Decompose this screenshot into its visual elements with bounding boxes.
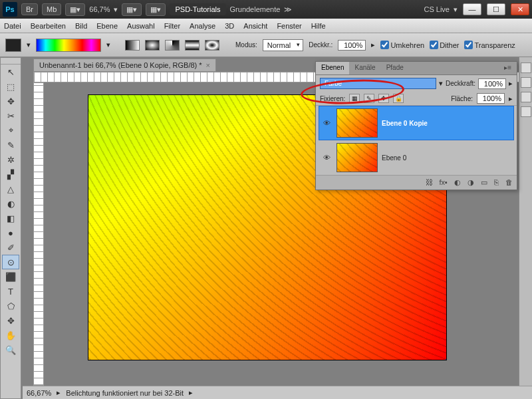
blend-mode-select[interactable]: Farbe [320, 78, 436, 89]
reflected-gradient-icon[interactable] [185, 40, 200, 51]
menu-datei[interactable]: Datei [4, 22, 21, 30]
lock-paint-icon[interactable]: ✎ [364, 94, 374, 103]
layer-thumbnail[interactable] [336, 143, 378, 172]
dock-icon[interactable] [521, 77, 531, 88]
menu-filter[interactable]: Filter [164, 22, 180, 30]
menu-analyse[interactable]: Analyse [190, 22, 215, 30]
workspace-tag-1[interactable]: PSD-Tutorials [170, 3, 225, 15]
layer-row[interactable]: 👁 Ebene 0 Kopie [319, 106, 514, 140]
tool-15[interactable]: T [2, 284, 19, 299]
menu-auswahl[interactable]: Auswahl [127, 22, 155, 30]
tool-17[interactable]: ✥ [2, 313, 19, 328]
tool-11[interactable]: ● [2, 225, 19, 240]
dock-icon[interactable] [521, 63, 531, 73]
visibility-icon[interactable]: 👁 [321, 152, 332, 164]
menu-hilfe[interactable]: Hilfe [311, 22, 326, 30]
status-message: Belichtung funktioniert nur bei 32-Bit [66, 389, 184, 397]
tab-ebenen[interactable]: Ebenen [316, 62, 349, 74]
tool-1[interactable]: ⬚ [2, 79, 19, 94]
tool-0[interactable]: ↖ [2, 65, 19, 79]
tool-12[interactable]: ✐ [2, 240, 19, 255]
visibility-icon[interactable]: 👁 [321, 117, 332, 129]
titlebar: Ps Br Mb ▦▾ 66,7%▾ ▦▾ ▦▾ PSD-Tutorials G… [0, 0, 532, 19]
fill-value[interactable]: 100% [477, 93, 505, 104]
linear-gradient-icon[interactable] [125, 40, 140, 51]
layers-panel: Ebenen Kanäle Pfade ▸≡ Farbe▾ Deckkraft:… [315, 61, 517, 190]
menu-fenster[interactable]: Fenster [277, 22, 301, 30]
tab-kanaele[interactable]: Kanäle [349, 62, 380, 74]
ps-logo: Ps [3, 2, 17, 17]
tool-19[interactable]: 🔍 [2, 342, 19, 357]
layer-row[interactable]: 👁 Ebene 0 [319, 140, 514, 175]
options-bar: ▾ ▾ Modus: Normal Deckkr.: 100%▸ Umkehre… [0, 33, 532, 57]
dock-icon[interactable] [521, 92, 531, 102]
layer-name[interactable]: Ebene 0 [382, 154, 406, 162]
tool-5[interactable]: ✎ [2, 138, 19, 152]
menu-ebene[interactable]: Ebene [96, 22, 118, 30]
arrange-button[interactable]: ▦▾ [146, 3, 166, 16]
fill-label: Fläche: [451, 95, 473, 102]
tool-9[interactable]: ◐ [2, 196, 19, 211]
chevron-icon[interactable]: ≫ [284, 5, 292, 14]
viewextras-button[interactable]: ▦▾ [122, 3, 142, 16]
close-tab-icon[interactable]: × [206, 61, 210, 69]
layer-thumbnail[interactable] [336, 108, 378, 138]
menu-bearbeiten[interactable]: Bearbeiten [31, 22, 66, 30]
dither-checkbox[interactable]: Dither [430, 41, 459, 49]
new-layer-icon[interactable]: ⎘ [494, 178, 499, 187]
mask-icon[interactable]: ◐ [454, 178, 461, 187]
menu-ansicht[interactable]: Ansicht [243, 22, 267, 30]
cslive-button[interactable]: CS Live [424, 5, 450, 13]
fx-icon[interactable]: fx▪ [440, 178, 448, 187]
minimize-button[interactable]: — [463, 3, 481, 15]
panel-dock [519, 57, 532, 399]
radial-gradient-icon[interactable] [145, 40, 160, 51]
tool-2[interactable]: ✥ [2, 94, 19, 108]
close-button[interactable]: ✕ [511, 3, 529, 15]
gradient-preview[interactable] [36, 39, 101, 52]
tool-3[interactable]: ✂ [2, 108, 19, 123]
adjustment-icon[interactable]: ◑ [467, 178, 474, 187]
toolbox: ↖⬚✥✂⌖✎✲▞△◐◧●✐⊙⬛T⬠✥✋🔍 [0, 57, 21, 399]
link-layers-icon[interactable]: ⛓ [426, 178, 433, 187]
workspace-tag-2[interactable]: Grundelemente [230, 5, 281, 13]
opacity-value[interactable]: 100% [338, 40, 366, 51]
tool-14[interactable]: ⬛ [2, 269, 19, 284]
lock-move-icon[interactable]: ✥ [378, 94, 389, 103]
panel-opacity-value[interactable]: 100% [478, 78, 506, 89]
menu-3d[interactable]: 3D [225, 22, 234, 30]
mode-select[interactable]: Normal [263, 39, 303, 51]
layer-name[interactable]: Ebene 0 Kopie [382, 120, 428, 127]
tool-18[interactable]: ✋ [2, 328, 19, 342]
zoom-level[interactable]: 66,7% [89, 5, 110, 13]
ruler-vertical[interactable] [33, 82, 44, 386]
dock-icon[interactable] [521, 106, 531, 117]
reverse-checkbox[interactable]: Umkehren [380, 41, 424, 49]
screenmode-button[interactable]: ▦▾ [65, 3, 85, 16]
tab-pfade[interactable]: Pfade [381, 62, 409, 74]
delete-icon[interactable]: 🗑 [505, 178, 513, 187]
tool-13[interactable]: ⊙ [2, 255, 19, 269]
angle-gradient-icon[interactable] [165, 40, 180, 51]
tool-10[interactable]: ◧ [2, 211, 19, 225]
gradient-tool-icon[interactable] [5, 39, 21, 52]
tool-8[interactable]: △ [2, 182, 19, 196]
bridge-button[interactable]: Br [21, 3, 38, 15]
panel-menu-icon[interactable]: ▸≡ [499, 62, 517, 74]
diamond-gradient-icon[interactable] [205, 40, 219, 51]
group-icon[interactable]: ▭ [481, 178, 487, 187]
lock-all-icon[interactable]: 🔒 [393, 94, 404, 103]
document-tab[interactable]: Unbenannt-1 bei 66,7% (Ebene 0 Kopie, RG… [33, 59, 216, 72]
menu-bild[interactable]: Bild [75, 22, 87, 30]
status-zoom[interactable]: 66,67% [27, 389, 51, 397]
transparency-checkbox[interactable]: Transparenz [464, 41, 515, 49]
lock-transparent-icon[interactable]: ▦ [349, 94, 360, 103]
tool-16[interactable]: ⬠ [2, 299, 19, 313]
panel-opacity-label: Deckkraft: [446, 80, 475, 87]
tool-6[interactable]: ✲ [2, 152, 19, 167]
menubar: Datei Bearbeiten Bild Ebene Auswahl Filt… [0, 19, 532, 33]
tool-4[interactable]: ⌖ [2, 123, 19, 138]
minibridge-button[interactable]: Mb [42, 3, 61, 15]
tool-7[interactable]: ▞ [2, 167, 19, 182]
maximize-button[interactable]: ☐ [487, 3, 505, 15]
